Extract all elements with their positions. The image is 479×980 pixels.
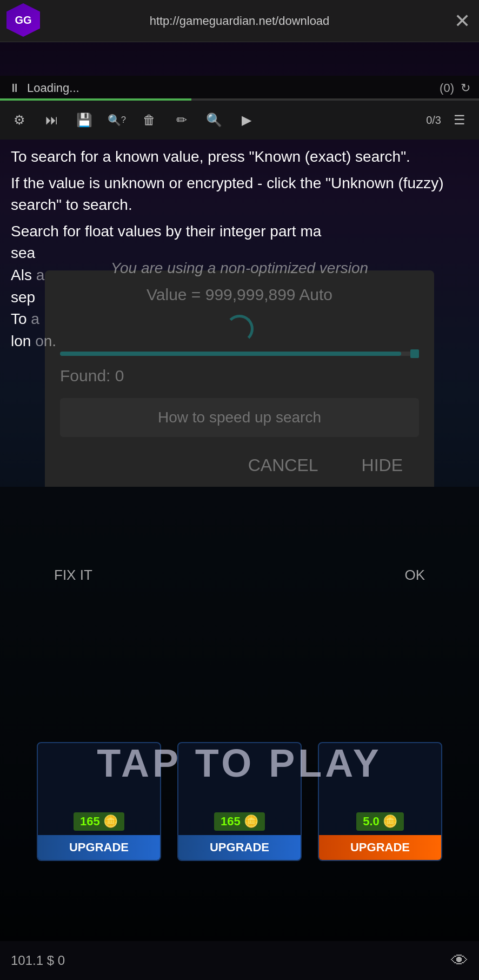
instruction-line-2: If the value is unknown or encrypted - c… (11, 173, 468, 216)
instruction-line-3: Search for float values by their integer… (11, 221, 468, 243)
loading-bar-area: ⏸ Loading... (0) ↻ (0, 76, 479, 101)
upgrade-btn-1[interactable]: UPGRADE (38, 835, 160, 860)
tap-to-play-text[interactable]: TAP TO PLAY (97, 741, 382, 785)
search-counter: 0/3 (426, 114, 441, 127)
non-optimized-text: You are using a non-optimized version (111, 260, 368, 276)
search-icon[interactable]: 🔍 (200, 106, 228, 134)
app-toolbar: ⚙ ⏭ 💾 🔍? 🗑 ✏ 🔍 ▶ 0/3 ☰ (0, 101, 479, 140)
gg-logo: GG (6, 3, 40, 37)
non-optimized-notice: You are using a non-optimized version (0, 260, 479, 277)
play-icon[interactable]: ▶ (232, 106, 261, 134)
save-icon[interactable]: 💾 (70, 106, 98, 134)
upgrade-value-3: 5.0 🪙 (356, 812, 404, 831)
menu-icon[interactable]: ☰ (445, 106, 474, 134)
browser-bar: GG http://gameguardiаn.net/download ✕ (0, 0, 479, 42)
upgrade-btn-2[interactable]: UPGRADE (178, 835, 301, 860)
loading-count: (0) (440, 81, 454, 95)
status-bottom-bar: 101.1 $ 0 👁 (0, 941, 479, 980)
fix-it-button[interactable]: FIX IT (54, 567, 92, 584)
edit-icon[interactable]: ✏ (168, 106, 196, 134)
close-browser-button[interactable]: ✕ (454, 10, 470, 32)
delete-icon[interactable]: 🗑 (135, 106, 163, 134)
instruction-line-6: sep (11, 287, 468, 309)
gear-icon[interactable]: ⚙ (5, 106, 34, 134)
refresh-icon[interactable]: ↻ (461, 81, 470, 95)
upgrade-btn-3[interactable]: UPGRADE (319, 835, 441, 860)
upgrade-value-1: 165 🪙 (74, 812, 124, 831)
pause-loading-icon[interactable]: ⏸ (9, 81, 21, 95)
bottom-action-row: FIX IT OK (0, 567, 479, 584)
upgrade-value-2: 165 🪙 (214, 812, 265, 831)
instructions-area: To search for a known value, press "Know… (0, 140, 479, 359)
status-values: 101.1 $ 0 (11, 953, 65, 968)
browser-url[interactable]: http://gameguardiаn.net/download (150, 14, 330, 28)
loading-text: Loading... (27, 81, 433, 95)
ok-button[interactable]: OK (404, 567, 425, 584)
instruction-line-7: To a (11, 308, 468, 330)
fast-forward-icon[interactable]: ⏭ (38, 106, 66, 134)
search-fuzzy-icon[interactable]: 🔍? (103, 106, 131, 134)
eye-icon[interactable]: 👁 (451, 951, 468, 971)
instruction-line-8: lon on. (11, 330, 468, 353)
instruction-line-1: To search for a known value, press "Know… (11, 146, 468, 168)
tap-to-play-area: TAP TO PLAY (0, 741, 479, 785)
